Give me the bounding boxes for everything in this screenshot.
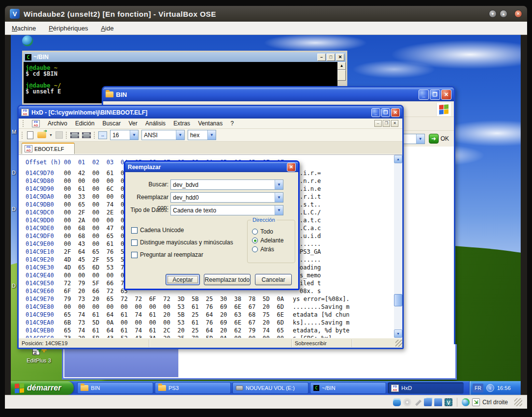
charset-combo[interactable]: ANSI▼ [141, 130, 185, 140]
hxd-menu-archivo[interactable]: Archivo [48, 120, 67, 127]
direction-group-label: Dirección [251, 217, 277, 223]
hex-row[interactable]: 014C9E8000 00 00 00 00 00 00 00 53 61 76… [19, 303, 394, 311]
explorer-minimize-button[interactable]: _ [419, 89, 429, 100]
open-file-icon[interactable] [37, 132, 46, 138]
checkbox[interactable] [131, 227, 138, 234]
taskbar-task-bin[interactable]: BIN [77, 382, 153, 394]
hxd-menu-ventanas[interactable]: Ventanas [198, 120, 223, 127]
checkbox-row[interactable]: Preguntar al reemplazar [131, 251, 203, 258]
radio-button[interactable] [252, 229, 258, 235]
toolbar-grip[interactable] [22, 132, 23, 139]
chevron-down-icon[interactable]: ▼ [275, 180, 283, 189]
mdi-restore-button[interactable]: ❐ [383, 120, 390, 127]
terminal-minimize-button[interactable]: – [317, 54, 326, 61]
hxd-menu-edicin[interactable]: Edición [75, 120, 94, 127]
radio-button[interactable] [252, 238, 258, 243]
open-dropdown-icon[interactable]: ▼ [49, 133, 53, 137]
checkbox-row[interactable]: Cadena Unicode [131, 227, 184, 234]
host-menu-machine[interactable]: Machine [12, 25, 36, 32]
cd-icon [403, 398, 411, 406]
new-file-icon[interactable] [27, 131, 33, 139]
language-indicator[interactable]: FR [473, 384, 483, 392]
explorer-maximize-button[interactable]: ❐ [430, 89, 440, 100]
scroll-up-icon[interactable]: ▲ [337, 62, 346, 70]
combo-buscar[interactable]: dev_bdvd▼ [170, 179, 283, 190]
virtualbox-statusbar: V ⇲ Ctrl droite [5, 395, 527, 409]
taskbar-task-nouveauvole[interactable]: NOUVEAU VOL (E:) [232, 382, 308, 394]
hex-row[interactable]: 014C9EB065 74 61 64 61 74 61 2C 20 25 64… [19, 327, 394, 334]
radio-todo[interactable]: Todo [252, 228, 273, 235]
terminal-maximize-button[interactable]: □ [327, 54, 335, 61]
hex-scrollbar[interactable]: ▲ ▼ [394, 155, 402, 338]
hxd-menu-?[interactable]: ? [230, 120, 234, 127]
host-minimize-button[interactable]: ▾ [489, 10, 497, 18]
mdi-minimize-button[interactable]: – [374, 120, 382, 127]
chevron-down-icon[interactable]: ▼ [416, 134, 424, 144]
chevron-down-icon[interactable]: ▼ [130, 130, 138, 140]
chevron-down-icon[interactable]: ▼ [275, 193, 283, 202]
checkbox-row[interactable]: Distingue mayúsculas y minúsculas [131, 239, 233, 246]
address-go-button[interactable]: ➜ OK [429, 134, 449, 144]
hxd-menu-anlisis[interactable]: Análisis [145, 120, 166, 127]
disk-tools-icon[interactable] [82, 132, 91, 138]
hex-scroll-thumb[interactable] [394, 294, 402, 306]
numeral-base-combo[interactable]: hex▼ [188, 130, 216, 140]
host-menu-aide[interactable]: Aide [101, 25, 113, 32]
tab-eboot-elf[interactable]: FDAO EBOOT.ELF [22, 143, 75, 154]
checkbox[interactable] [131, 252, 138, 258]
hxd-close-button[interactable]: ✕ [391, 108, 400, 117]
hex-ascii: ...... [300, 240, 321, 248]
hxd-minimize-button[interactable]: _ [371, 108, 380, 117]
tray-chevron-icon[interactable]: ‹ [486, 384, 494, 392]
hxd-menu-buscar[interactable]: Buscar [102, 120, 120, 127]
dialog-close-button[interactable]: ✕ [287, 163, 296, 172]
chevron-down-icon[interactable]: ▼ [176, 130, 184, 140]
hex-row[interactable]: 014C9E7079 73 20 65 72 72 6F 72 3D 5B 25… [19, 295, 394, 303]
dialog-titlebar[interactable]: Reemplazar ✕ [125, 162, 298, 172]
chevron-down-icon[interactable]: ▼ [207, 130, 216, 140]
terminal-titlebar[interactable]: C ~/BIN – □ ✕ [24, 52, 346, 62]
radio-atrás[interactable]: Atrás [252, 246, 274, 253]
host-menu-périphériques[interactable]: Périphériques [49, 25, 88, 32]
combo-tipodedatos[interactable]: Cadena de texto▼ [170, 205, 283, 215]
scroll-up-icon[interactable]: ▲ [394, 155, 402, 163]
desktop-icon[interactable] [22, 35, 33, 46]
terminal-close-button[interactable]: ✕ [336, 54, 344, 61]
radio-adelante[interactable]: Adelante [252, 237, 283, 244]
ram-icon[interactable] [70, 132, 79, 138]
terminal-scroll-thumb[interactable] [337, 70, 346, 81]
host-close-button[interactable]: ✕ [514, 10, 522, 18]
bytes-per-row-combo[interactable]: 16▼ [110, 130, 139, 140]
host-maximize-button[interactable]: ▴ [500, 10, 507, 18]
save-icon[interactable] [56, 131, 63, 139]
hxd-menu-ver[interactable]: Ver [129, 120, 138, 127]
taskbar-task-hxd[interactable]: FDAOHxD [388, 382, 464, 394]
hxd-titlebar[interactable]: FDAO HxD - [C:\cygwin\home\j\BIN\EBOOT.E… [19, 106, 402, 119]
chevron-down-icon[interactable]: ▼ [275, 206, 283, 215]
hex-ascii: .L.C./ [300, 208, 321, 216]
taskbar-task-bin[interactable]: C~/BIN [310, 382, 386, 394]
cancelar-button[interactable]: Cancelar [255, 274, 292, 285]
combo-reemplazarcon[interactable]: dev_hdd0▼ [170, 192, 283, 203]
hex-row[interactable]: 014C9E9065 74 61 64 61 74 61 20 5B 25 64… [19, 311, 394, 319]
virtualbox-titlebar[interactable]: V Windaube2 (unselt2) [En fonction] - Vi… [5, 6, 527, 22]
toolbar-grip[interactable] [23, 120, 24, 127]
resize-grip[interactable] [395, 340, 402, 347]
hxd-maximize-button[interactable]: ❐ [381, 108, 390, 117]
explorer-titlebar[interactable]: BIN _ ❐ ✕ [103, 88, 454, 101]
scroll-down-icon[interactable]: ▼ [394, 329, 402, 338]
taskbar-task-ps3[interactable]: PS3 [155, 382, 231, 394]
reemplazar-todo-button[interactable]: Reemplazar todo [204, 274, 251, 285]
radio-button[interactable] [252, 246, 258, 252]
host-resize-grip[interactable] [514, 398, 522, 406]
mdi-close-button[interactable]: ✕ [391, 120, 398, 127]
explorer-close-button[interactable]: ✕ [441, 89, 451, 100]
aceptar-button[interactable]: Aceptar [166, 274, 200, 285]
hxd-menu-extras[interactable]: Extras [173, 120, 190, 127]
desktop-shortcut-editplus[interactable]: ✚ ✚ ↗ EditPlus 3 [20, 347, 58, 363]
toolbar-grip[interactable] [94, 132, 95, 139]
checkbox[interactable] [131, 239, 138, 246]
hex-offset: 014C9DB0 [26, 201, 54, 208]
start-button[interactable]: démarrer [11, 381, 74, 395]
hex-row[interactable]: 014C9EA06B 73 5D 0A 00 00 00 00 53 61 76… [19, 319, 394, 327]
